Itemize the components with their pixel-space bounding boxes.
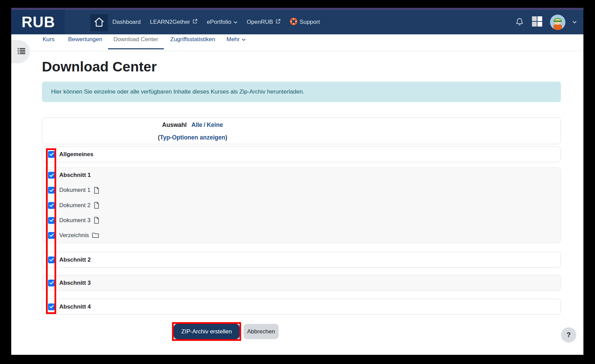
tab-label: Kurs: [43, 36, 54, 43]
browser-viewport: RUB Dashboard LEARN2Gether ePortfolio: [11, 8, 583, 355]
user-avatar[interactable]: [550, 15, 565, 30]
help-label: ?: [566, 331, 570, 339]
nav-label: LEARN2Gether: [150, 19, 190, 26]
tab-zugriffsstatistiken[interactable]: Zugriffsstatistiken: [170, 36, 215, 43]
section-row-abschnitt-2: Abschnitt 2: [42, 252, 561, 268]
nav-label: ePortfolio: [207, 19, 231, 26]
resource-row: Verzeichnis: [42, 228, 561, 243]
tabbar-divider: [11, 51, 583, 51]
section-label: Abschnitt 2: [59, 257, 91, 263]
nav-label: Support: [300, 19, 320, 26]
selection-line: Auswahl Alle/Keine: [42, 121, 343, 129]
nav-label: OpenRUB: [247, 19, 273, 26]
life-ring-icon: [290, 18, 297, 27]
home-button[interactable]: [90, 14, 108, 31]
selection-header-inner: Auswahl Alle/Keine (Typ-Optionen anzeige…: [42, 121, 343, 141]
select-all-link[interactable]: Alle: [191, 121, 202, 128]
section-label: Abschnitt 1: [59, 172, 91, 179]
resource-label: Verzeichnis: [59, 232, 89, 239]
tab-label: Zugriffsstatistiken: [170, 36, 215, 43]
nav-item-learn2gether[interactable]: LEARN2Gether: [150, 19, 198, 26]
nav-item-eportfolio[interactable]: ePortfolio: [207, 19, 237, 26]
select-none-link[interactable]: Keine: [207, 121, 223, 128]
navbar-right-controls: [515, 10, 577, 34]
nav-item-dashboard[interactable]: Dashboard: [112, 19, 141, 26]
section-group-abschnitt-1: Abschnitt 1 Dokument 1 Dokument 2 Dokume…: [42, 167, 561, 243]
checkbox-checked[interactable]: [48, 217, 55, 224]
resource-row: Dokument 1: [42, 183, 561, 198]
top-navbar: RUB Dashboard LEARN2Gether ePortfolio: [11, 10, 583, 34]
notifications-bell-icon[interactable]: [515, 17, 524, 28]
checkbox-checked[interactable]: [48, 280, 55, 286]
tab-bewertungen[interactable]: Bewertungen: [68, 36, 102, 43]
external-link-icon: [276, 19, 281, 26]
tab-label: Bewertungen: [68, 36, 102, 43]
user-menu-chevron-icon[interactable]: [573, 19, 577, 25]
resource-label: Dokument 1: [59, 187, 91, 194]
section-label: Abschnitt 4: [59, 303, 91, 310]
nav-item-support[interactable]: Support: [290, 18, 320, 27]
section-row-abschnitt-3: Abschnitt 3: [42, 275, 561, 291]
nav-item-openrub[interactable]: OpenRUB: [247, 19, 280, 26]
info-alert-text: Hier können Sie einzelne oder alle verfü…: [51, 88, 304, 95]
auswahl-label: Auswahl: [162, 121, 187, 128]
selection-header-card: Auswahl Alle/Keine (Typ-Optionen anzeige…: [42, 117, 561, 144]
file-icon: [94, 217, 99, 224]
create-zip-button[interactable]: ZIP-Archiv erstellen: [174, 324, 239, 339]
tab-download-center[interactable]: Download Center: [113, 36, 158, 43]
help-button[interactable]: ?: [561, 327, 576, 343]
nav-label: Dashboard: [112, 19, 141, 26]
section-label: Abschnitt 3: [59, 280, 91, 286]
chevron-down-icon: [234, 19, 237, 26]
section-label: Allgemeines: [59, 151, 93, 158]
paren-close: ): [225, 134, 227, 141]
file-icon: [94, 202, 99, 209]
cancel-button[interactable]: Abbrechen: [244, 324, 279, 339]
resource-label: Dokument 3: [59, 217, 91, 224]
checkbox-checked[interactable]: [48, 232, 55, 239]
section-row-allgemeines: Allgemeines: [42, 146, 561, 162]
resource-row: Dokument 3: [42, 213, 561, 228]
resource-row: Dokument 2: [42, 198, 561, 213]
section-row-abschnitt-4: Abschnitt 4: [42, 299, 561, 315]
selection-separator: /: [204, 121, 205, 128]
chevron-down-icon: [242, 36, 246, 43]
checkbox-checked[interactable]: [48, 303, 55, 310]
type-options-link[interactable]: Typ-Optionen anzeigen: [160, 134, 225, 141]
screenshot-frame: RUB Dashboard LEARN2Gether ePortfolio: [0, 0, 595, 364]
checkbox-checked[interactable]: [48, 257, 55, 263]
page-title: Download Center: [42, 59, 157, 75]
file-icon: [94, 187, 99, 194]
external-link-icon: [192, 19, 198, 26]
primary-nav: Dashboard LEARN2Gether ePortfolio OpenRU…: [112, 10, 320, 34]
list-icon: [18, 48, 25, 56]
checkbox-checked[interactable]: [48, 187, 55, 194]
rub-logo[interactable]: RUB: [12, 10, 65, 34]
tab-label: Download Center: [113, 36, 158, 43]
section-row: Abschnitt 1: [42, 168, 561, 183]
resource-label: Dokument 2: [59, 202, 91, 209]
type-options-line: (Typ-Optionen anzeigen): [42, 134, 343, 141]
checkbox-checked[interactable]: [48, 151, 55, 158]
course-index-drawer-toggle[interactable]: [11, 40, 30, 63]
tab-label: Mehr: [226, 36, 240, 43]
rub-logo-text: RUB: [21, 14, 55, 31]
block-drawer-grid-icon[interactable]: [531, 16, 543, 29]
tab-kurs[interactable]: Kurs: [43, 36, 54, 43]
tab-mehr[interactable]: Mehr: [226, 36, 246, 43]
info-alert: Hier können Sie einzelne oder alle verfü…: [42, 82, 561, 102]
folder-icon: [92, 232, 99, 238]
checkbox-checked[interactable]: [48, 202, 55, 209]
home-icon: [94, 17, 105, 29]
active-tab-underline: [108, 48, 164, 49]
checkbox-checked[interactable]: [48, 172, 55, 179]
